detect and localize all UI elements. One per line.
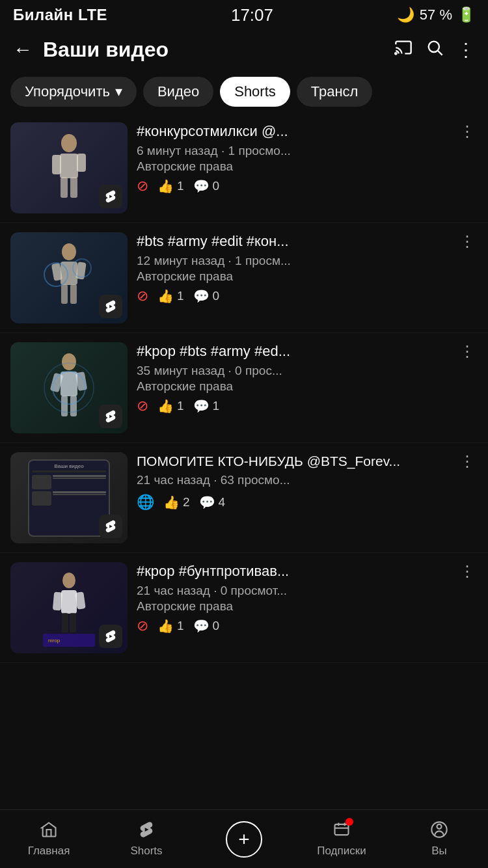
svg-rect-4 bbox=[60, 154, 78, 178]
battery-percentage: 57 % bbox=[420, 7, 452, 23]
video-item[interactable]: mrop #крор #бунтпротивав... ⋮ 21 час наз… bbox=[0, 553, 488, 663]
create-icon: + bbox=[226, 821, 262, 858]
battery-icon: 🔋 bbox=[457, 7, 475, 23]
video-menu-button[interactable]: ⋮ bbox=[457, 342, 478, 360]
nav-profile-label: Вы bbox=[431, 845, 447, 858]
like-icon: 👍 bbox=[163, 495, 180, 510]
carrier-text: Билайн LTE bbox=[13, 6, 107, 24]
thumbnail bbox=[10, 342, 128, 433]
cast-icon[interactable] bbox=[394, 38, 413, 61]
video-stats: ⊘ 👍 1 💬 1 bbox=[137, 398, 478, 414]
svg-rect-21 bbox=[61, 396, 68, 416]
like-count: 👍 1 bbox=[157, 178, 184, 194]
svg-rect-30 bbox=[70, 613, 76, 632]
video-title: ПОМОГИТЕ КТО-НИБУДЬ @BTS_Forev... bbox=[137, 452, 452, 470]
filter-bar: Упорядочить ▾ Видео Shorts Трансл bbox=[0, 70, 488, 113]
nav-profile[interactable]: Вы bbox=[390, 810, 488, 868]
shorts-badge bbox=[99, 515, 122, 538]
video-list: #конкурсотмилкси @... ⋮ 6 минут назад · … bbox=[0, 113, 488, 663]
video-status: Авторские права bbox=[137, 159, 478, 174]
svg-rect-8 bbox=[70, 177, 77, 198]
video-menu-button[interactable]: ⋮ bbox=[457, 452, 478, 470]
video-meta: 21 час назад · 63 просмо... bbox=[137, 473, 478, 487]
video-info: #kpop #bts #army #ed... ⋮ 35 минут назад… bbox=[137, 342, 478, 414]
video-stats: ⊘ 👍 1 💬 0 bbox=[137, 178, 478, 195]
video-item[interactable]: #конкурсотмилкси @... ⋮ 6 минут назад · … bbox=[0, 113, 488, 223]
svg-point-0 bbox=[395, 53, 396, 54]
like-count: 👍 1 bbox=[157, 398, 184, 414]
video-info: #крор #бунтпротивав... ⋮ 21 час назад · … bbox=[137, 562, 478, 634]
tab-live[interactable]: Трансл bbox=[297, 77, 373, 107]
status-right: 🌙 57 % 🔋 bbox=[397, 7, 475, 23]
comment-icon: 💬 bbox=[193, 178, 210, 194]
nav-subscriptions[interactable]: Подписки bbox=[293, 810, 390, 868]
more-options-icon[interactable]: ⋮ bbox=[457, 39, 475, 61]
video-status: Авторские права bbox=[137, 269, 478, 284]
like-count: 👍 1 bbox=[157, 288, 184, 304]
shorts-badge bbox=[99, 625, 122, 648]
thumbnail: mrop bbox=[10, 562, 128, 653]
video-meta: 12 минут назад · 1 просм... bbox=[137, 254, 478, 268]
shorts-nav-icon bbox=[137, 821, 156, 842]
restrict-icon: ⊘ bbox=[137, 617, 148, 634]
svg-text:mrop: mrop bbox=[48, 638, 61, 644]
shorts-badge bbox=[99, 185, 122, 208]
video-info: #конкурсотмилкси @... ⋮ 6 минут назад · … bbox=[137, 122, 478, 195]
svg-rect-26 bbox=[61, 590, 77, 614]
svg-rect-6 bbox=[77, 154, 86, 172]
like-icon: 👍 bbox=[157, 288, 174, 304]
nav-create[interactable]: + bbox=[195, 810, 293, 868]
svg-point-38 bbox=[437, 824, 442, 829]
video-meta: 21 час назад · 0 просмот... bbox=[137, 584, 478, 598]
svg-rect-22 bbox=[70, 396, 77, 416]
svg-point-1 bbox=[429, 41, 439, 51]
header-actions: ⋮ bbox=[394, 38, 475, 61]
tab-shorts[interactable]: Shorts bbox=[220, 77, 290, 107]
moon-icon: 🌙 bbox=[397, 7, 414, 23]
video-stats: ⊘ 👍 1 💬 0 bbox=[137, 617, 478, 634]
nav-home[interactable]: Главная bbox=[0, 810, 98, 868]
video-item[interactable]: #kpop #bts #army #ed... ⋮ 35 минут назад… bbox=[0, 333, 488, 443]
svg-rect-7 bbox=[61, 177, 68, 198]
video-meta: 6 минут назад · 1 просмо... bbox=[137, 144, 478, 158]
video-info: ПОМОГИТЕ КТО-НИБУДЬ @BTS_Forev... ⋮ 21 ч… bbox=[137, 452, 478, 511]
status-bar: Билайн LTE 17:07 🌙 57 % 🔋 bbox=[0, 0, 488, 29]
comment-count: 💬 0 bbox=[193, 618, 220, 634]
video-item[interactable]: #bts #army #edit #кон... ⋮ 12 минут наза… bbox=[0, 223, 488, 333]
video-menu-button[interactable]: ⋮ bbox=[457, 232, 478, 251]
svg-point-9 bbox=[62, 243, 76, 260]
nav-shorts-label: Shorts bbox=[130, 845, 162, 858]
svg-rect-5 bbox=[52, 155, 61, 174]
video-menu-button[interactable]: ⋮ bbox=[457, 562, 478, 580]
sort-button[interactable]: Упорядочить ▾ bbox=[10, 77, 137, 107]
video-status: Авторские права bbox=[137, 599, 478, 614]
globe-icon: 🌐 bbox=[137, 494, 154, 511]
restrict-icon: ⊘ bbox=[137, 288, 148, 305]
video-meta: 35 минут назад · 0 прос... bbox=[137, 364, 478, 378]
nav-shorts[interactable]: Shorts bbox=[98, 810, 195, 868]
comment-icon: 💬 bbox=[199, 495, 215, 510]
like-count: 👍 1 bbox=[157, 618, 184, 634]
home-icon bbox=[40, 821, 58, 842]
video-title: #конкурсотмилкси @... bbox=[137, 122, 452, 141]
video-title: #bts #army #edit #кон... bbox=[137, 232, 452, 251]
comment-count: 💬 0 bbox=[193, 288, 220, 304]
video-item[interactable]: Ваши видео bbox=[0, 443, 488, 553]
back-button[interactable]: ← bbox=[13, 38, 33, 61]
search-icon[interactable] bbox=[426, 38, 444, 61]
svg-rect-13 bbox=[61, 284, 68, 304]
comment-icon: 💬 bbox=[193, 618, 210, 634]
comment-count: 💬 1 bbox=[193, 398, 220, 414]
profile-icon bbox=[430, 821, 448, 842]
like-count: 👍 2 bbox=[163, 495, 190, 510]
thumbnail bbox=[10, 232, 128, 323]
tab-video[interactable]: Видео bbox=[143, 77, 213, 107]
svg-point-25 bbox=[62, 573, 75, 588]
comment-icon: 💬 bbox=[193, 398, 210, 414]
shorts-badge bbox=[99, 405, 122, 428]
video-menu-button[interactable]: ⋮ bbox=[457, 122, 478, 141]
thumbnail: Ваши видео bbox=[10, 452, 128, 543]
shorts-badge bbox=[99, 295, 122, 318]
svg-rect-18 bbox=[61, 372, 77, 396]
like-icon: 👍 bbox=[157, 398, 174, 414]
